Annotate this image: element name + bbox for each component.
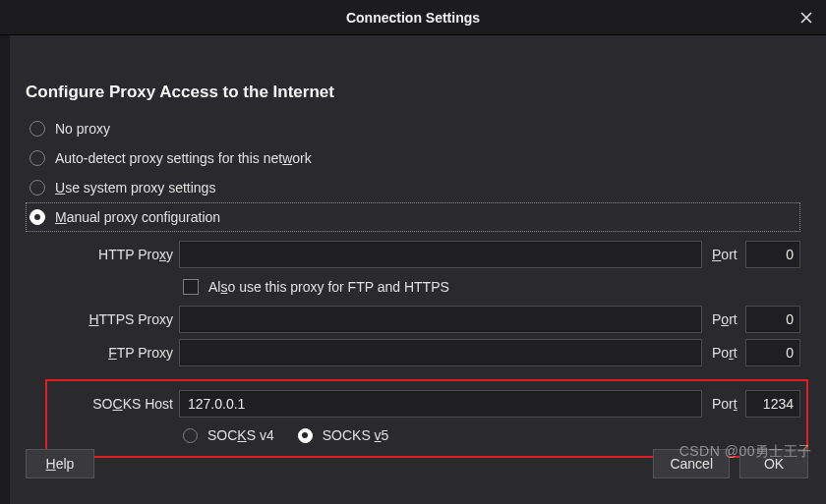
radio-label: Auto-detect proxy settings for this netw… bbox=[55, 150, 312, 166]
cancel-button[interactable]: Cancel bbox=[653, 449, 730, 478]
socks-host-input[interactable] bbox=[179, 390, 702, 418]
http-proxy-label: HTTP Proxy bbox=[55, 247, 173, 262]
socks-version-row: SOCKS v4 SOCKS v5 bbox=[55, 420, 800, 450]
radio-icon bbox=[30, 180, 45, 196]
radio-socks-v5[interactable] bbox=[298, 428, 313, 443]
help-button[interactable]: Help bbox=[26, 449, 94, 478]
socks-port-input[interactable] bbox=[745, 390, 800, 418]
radio-icon bbox=[30, 150, 45, 166]
ftp-proxy-row: FTP Proxy Port bbox=[55, 336, 800, 369]
radio-icon bbox=[30, 209, 45, 225]
ftp-proxy-host-input[interactable] bbox=[179, 339, 702, 366]
ok-button[interactable]: OK bbox=[739, 449, 808, 478]
socks-host-label: SOCKS Host bbox=[55, 396, 173, 412]
checkbox-icon bbox=[183, 279, 199, 295]
radio-label: No proxy bbox=[55, 121, 110, 137]
socks-v4-label: SOCKS v4 bbox=[207, 427, 274, 443]
http-port-label: Port bbox=[708, 247, 739, 262]
https-proxy-port-input[interactable] bbox=[745, 306, 800, 333]
window-title: Connection Settings bbox=[346, 10, 480, 26]
radio-icon bbox=[30, 121, 45, 137]
https-proxy-label: HTTPS Proxy bbox=[55, 311, 173, 327]
http-proxy-host-input[interactable] bbox=[179, 241, 702, 268]
radio-no-proxy[interactable]: No proxy bbox=[26, 114, 800, 143]
ftp-proxy-label: FTP Proxy bbox=[55, 345, 173, 361]
socks-port-label: Port bbox=[708, 396, 739, 412]
socks-host-row: SOCKS Host Port bbox=[55, 387, 800, 420]
radio-label: Manual proxy configuration bbox=[55, 209, 220, 225]
checkbox-label: Also use this proxy for FTP and HTTPS bbox=[208, 279, 449, 295]
dialog-button-bar: Help Cancel OK bbox=[26, 449, 808, 478]
http-proxy-row: HTTP Proxy Port bbox=[55, 238, 800, 271]
http-proxy-port-input[interactable] bbox=[745, 241, 800, 268]
dialog-content: Configure Proxy Access to the Internet N… bbox=[0, 35, 826, 450]
section-heading: Configure Proxy Access to the Internet bbox=[26, 83, 800, 102]
left-edge-strip bbox=[0, 35, 10, 504]
radio-auto-detect[interactable]: Auto-detect proxy settings for this netw… bbox=[26, 143, 800, 173]
titlebar: Connection Settings bbox=[0, 0, 826, 35]
also-use-proxy-checkbox-row[interactable]: Also use this proxy for FTP and HTTPS bbox=[55, 271, 800, 303]
ftp-proxy-port-input[interactable] bbox=[745, 339, 800, 366]
radio-manual-proxy[interactable]: Manual proxy configuration bbox=[26, 202, 800, 232]
radio-label: Use system proxy settings bbox=[55, 180, 215, 196]
ftp-port-label: Port bbox=[708, 345, 739, 361]
radio-socks-v4[interactable] bbox=[183, 428, 198, 443]
radio-system-proxy[interactable]: Use system proxy settings bbox=[26, 173, 800, 202]
socks-v5-label: SOCKS v5 bbox=[323, 427, 389, 443]
https-proxy-host-input[interactable] bbox=[179, 306, 702, 333]
https-proxy-row: HTTPS Proxy Port bbox=[55, 303, 800, 336]
manual-proxy-form: HTTP Proxy Port Also use this proxy for … bbox=[26, 232, 800, 450]
close-icon[interactable] bbox=[796, 8, 816, 28]
https-port-label: Port bbox=[708, 311, 739, 327]
